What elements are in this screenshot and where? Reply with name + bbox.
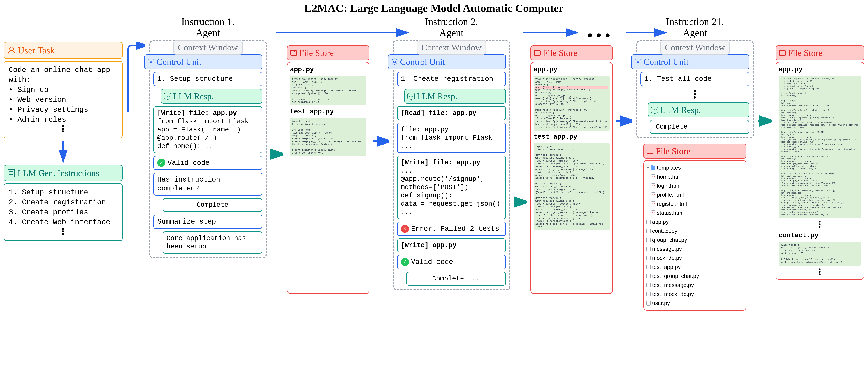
user-task-header: User Task <box>4 42 123 59</box>
html-file-icon: <> <box>651 202 655 206</box>
arrow-top-2-dots <box>523 27 578 38</box>
ellipsis-dots: ••• <box>779 268 861 276</box>
complete-cell: Complete <box>163 198 262 212</box>
left-column: User Task Code an online chat app with: … <box>4 42 123 241</box>
tree-file-row: test_mock_db.py <box>647 290 743 299</box>
instruction-1-title: Instruction 1. <box>181 16 235 27</box>
check-icon: ✓ <box>157 159 165 167</box>
user-task-bullet: • Sign-up <box>9 85 118 95</box>
file-tree: templates <>home.html <>login.html <>pro… <box>647 163 743 308</box>
control-unit-label: Control Unit <box>156 57 202 67</box>
tree-file-row: <>login.html <box>647 181 743 190</box>
page-title: L2MAC: Large Language Model Automatic Co… <box>4 2 864 14</box>
filestore-1: File Store app.py from flask import Flas… <box>287 45 369 294</box>
html-file-icon: <> <box>651 211 655 215</box>
tree-file-row: message.py <box>647 244 743 253</box>
filestore-header: File Store <box>287 45 369 60</box>
llm-gen-label: LLM Gen. Instructions <box>18 168 99 178</box>
cu-step: 1. Test all code <box>641 72 749 86</box>
py-file-icon <box>647 255 651 261</box>
tree-file-row: <>profile.html <box>647 190 743 199</box>
arrow-top-1-2 <box>276 27 409 38</box>
tree-folder-row: templates <box>647 163 743 172</box>
code-snippet: import pytest from app import app, users… <box>534 143 610 230</box>
user-task-bullet: • Web version <box>9 95 118 105</box>
html-file-icon: <> <box>651 174 655 179</box>
chat-icon <box>651 107 658 113</box>
instruction-21-column: Instruction 21. Agent Context Window Con… <box>636 16 754 311</box>
arrow-down-icon <box>58 141 69 162</box>
svg-point-1 <box>150 61 152 63</box>
error-cell: ✕ Error. Failed 2 tests <box>397 222 506 236</box>
llm-gen-detail: 1. Setup structure 2. Create registratio… <box>4 183 123 241</box>
user-task-detail: Code an online chat app with: • Sign-up … <box>4 61 123 138</box>
code-snippet: from flask import Flask, jsonify app = F… <box>290 76 366 105</box>
cu-step: 1. Setup structure <box>153 72 262 86</box>
arrow-teal-icon <box>271 149 283 160</box>
ellipsis-dots: ••• <box>9 126 118 133</box>
folder-blue-icon <box>651 166 655 170</box>
filestore-body: templates <>home.html <>login.html <>pro… <box>643 160 746 311</box>
ellipsis-dots: ••• <box>9 228 118 236</box>
filestore-header: File Store <box>643 144 746 158</box>
tree-file-row: contact.py <box>647 226 743 235</box>
arrow-teal-icon <box>757 116 772 126</box>
ask-complete-cell: Has instruction completed? <box>153 173 262 195</box>
file-echo-cell: file: app.py from flask import Flask ... <box>397 123 506 153</box>
code-snippet: import pytest from app import app, users… <box>290 118 366 156</box>
filestore-header: File Store <box>530 45 613 60</box>
instruction-1-column: Instruction 1. Agent Context Window Cont… <box>149 16 267 258</box>
context-window-21: Context Window Control Unit 1. Test all … <box>636 40 754 138</box>
filestore-label: File Store <box>299 48 334 58</box>
context-window-label: Context Window <box>660 40 730 55</box>
code-snippet: from flask import Flask, request, render… <box>779 76 861 218</box>
check-icon: ✓ <box>401 258 409 266</box>
filestore-tree: File Store templates <>home.html <>login… <box>643 144 746 311</box>
cu-step: 1. Create registration <box>397 72 506 86</box>
html-file-icon: <> <box>651 183 655 188</box>
llm-gen-header: LLM Gen. Instructions <box>4 165 123 181</box>
instruction-2-column: Instruction 2. Agent Context Window Cont… <box>393 16 510 290</box>
filestore-body: app.py from flask import Flask, jsonify … <box>287 62 369 294</box>
person-icon <box>7 46 16 54</box>
llm-resp-label: LLM Resp. <box>173 91 214 101</box>
filestore-body: app.py from flask import Flask, request,… <box>776 62 864 280</box>
write-file-cell: [Write] file: app.py from flask import F… <box>153 106 262 153</box>
filestore-label: File Store <box>543 48 578 58</box>
tree-file-row: mock_db.py <box>647 253 743 263</box>
context-window-1: Context Window Control Unit 1. Setup str… <box>149 40 267 258</box>
control-unit-box: Control Unit <box>631 54 749 69</box>
control-unit-label: Control Unit <box>644 57 688 67</box>
x-icon: ✕ <box>401 225 409 233</box>
tree-file-row: test_app.py <box>647 263 743 271</box>
folder-icon <box>290 51 297 56</box>
filestore-header: File Store <box>776 45 864 60</box>
tree-file-row: group_chat.py <box>647 235 743 244</box>
py-file-icon <box>647 219 651 224</box>
diagram-root: User Task Code an online chat app with: … <box>4 16 864 311</box>
agent-label: Agent <box>196 27 220 38</box>
tree-file-row: <>status.html <box>647 208 743 217</box>
summary-cell: Core application has been setup <box>163 232 262 253</box>
tree-file-row: <>register.html <box>647 199 743 208</box>
filestore-label: File Store <box>788 48 823 58</box>
context-window-label: Context Window <box>417 40 486 55</box>
tree-file-row: <>home.html <box>647 172 743 181</box>
tree-file-row: test_group_chat.py <box>647 271 743 280</box>
code-snippet: class Contact: def __init__(self, contac… <box>779 242 861 266</box>
agent-label: Agent <box>439 27 464 38</box>
control-unit-box: Control Unit <box>144 54 262 69</box>
filestore-label: File Store <box>656 146 690 156</box>
top-ellipsis: • • • <box>587 20 610 44</box>
llm-resp-box: LLM Resp. <box>161 89 262 104</box>
py-file-icon <box>647 238 651 242</box>
summarize-cell: Summarize step <box>153 215 262 229</box>
svg-point-7 <box>637 61 639 63</box>
user-task-intro: Code an online chat app with: <box>9 65 118 85</box>
llm-resp-label: LLM Resp. <box>417 91 457 101</box>
py-file-icon <box>647 283 651 287</box>
file-name: app.py <box>534 66 610 73</box>
read-file-cell: [Read] file: app.py <box>397 106 506 120</box>
chat-icon <box>407 93 415 99</box>
llm-gen-item: 2. Create registration <box>9 197 118 208</box>
